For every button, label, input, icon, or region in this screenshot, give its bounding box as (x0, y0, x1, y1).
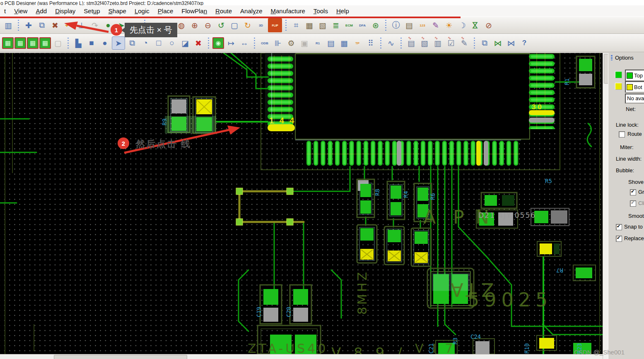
zoom-in-button[interactable]: ⊕ (188, 19, 201, 31)
bga-text-button[interactable]: ⠿ (364, 37, 377, 49)
documents-button[interactable]: ⧉ (478, 37, 491, 49)
alternate-layer-dropdown[interactable]: Bot (625, 81, 644, 93)
save-button[interactable]: ▥ (2, 19, 14, 31)
via-field[interactable]: No ava (625, 94, 644, 104)
world-view-button[interactable]: ⊛ (369, 19, 382, 31)
custom-smooth-button[interactable]: ▦ (39, 37, 51, 49)
menu-manufacture[interactable]: Manufacture (266, 7, 309, 15)
shape-xsection-button[interactable]: ⋈ (505, 37, 517, 49)
swap-button[interactable]: ▧ (316, 19, 329, 31)
delete-shape-button[interactable]: ✖ (192, 37, 205, 49)
signal-check-button[interactable]: ☑ (445, 37, 457, 49)
delete-button[interactable]: ✖ (49, 19, 61, 31)
replace-checkbox[interactable] (616, 236, 622, 242)
pcb-canvas[interactable]: 3 0 1 4 4 (0, 53, 603, 354)
help-button[interactable]: ? (518, 37, 531, 49)
snap-checkbox[interactable] (616, 224, 622, 230)
route-checkbox[interactable] (619, 131, 625, 137)
signal-library-button[interactable]: ▧ (418, 37, 431, 49)
gridless-checkbox[interactable] (630, 189, 636, 195)
menu-tools[interactable]: Tools (309, 7, 332, 15)
options-panel-header[interactable]: Options (608, 53, 644, 62)
zoom-out-button[interactable]: ⊖ (202, 19, 214, 31)
tools-pin-button[interactable]: ⚙ (285, 37, 297, 49)
active-layer-swatch[interactable] (615, 71, 622, 78)
menu-place[interactable]: Place (154, 7, 178, 15)
svg-text:R7: R7 (556, 267, 563, 274)
menu-logic[interactable]: Logic (130, 7, 154, 15)
layers-button[interactable]: ≣ (330, 19, 342, 31)
clip-checkbox[interactable] (630, 200, 636, 207)
separator-grip (473, 38, 476, 48)
menu-flowplan[interactable]: FlowPlan (177, 7, 211, 15)
measure-button[interactable]: 123 (416, 19, 429, 31)
net-schedule-button[interactable]: ∿ (385, 37, 397, 49)
add-circle-button[interactable]: ● (99, 37, 111, 49)
pad-edit-button[interactable]: ◉ (212, 37, 224, 49)
menu-display[interactable]: Display (51, 7, 80, 15)
horizontal-scrollbar[interactable] (0, 354, 603, 359)
view-3d-button[interactable]: 3D (255, 19, 267, 31)
add-polygon-button[interactable]: ▙ (72, 37, 84, 49)
alternate-layer-value: Bot (634, 84, 642, 90)
signal-board-button[interactable]: ▥ (432, 37, 444, 49)
snapshot-button[interactable]: ▣ (298, 37, 311, 49)
testpoint-button[interactable]: TP (351, 37, 364, 49)
dimension-line-button[interactable]: ↦ (225, 37, 237, 49)
redo-button[interactable]: ↷ (89, 19, 101, 31)
footprint-button[interactable]: ⊪ (272, 37, 284, 49)
zoom-selection-button[interactable]: ▢ (228, 19, 241, 31)
dimension-span-button[interactable]: ↔ (238, 37, 251, 49)
undo-button[interactable]: ↶ (62, 19, 75, 31)
delay-tune-button[interactable]: ▦ (27, 37, 39, 49)
panel-grip[interactable] (611, 55, 613, 60)
component-r8 (357, 179, 374, 217)
menu-edit-partial[interactable]: t (0, 7, 10, 15)
rect-outline-button[interactable]: □ (152, 37, 165, 49)
menu-help[interactable]: Help (332, 7, 353, 15)
slide-button[interactable]: ▦ (14, 37, 26, 49)
menu-view[interactable]: View (10, 7, 31, 15)
dim-button[interactable]: ☽ (456, 19, 468, 31)
active-layer-dropdown[interactable]: Top (625, 70, 644, 81)
pin-drop-button[interactable]: ⊥ (75, 19, 88, 31)
info-button[interactable]: ⓘ (390, 19, 402, 31)
menu-setup[interactable]: Setup (80, 7, 104, 15)
etch-edit-button[interactable]: ▦ (2, 37, 14, 49)
alternate-layer-swatch[interactable] (615, 83, 622, 90)
color192-button[interactable]: ▦ (303, 19, 316, 31)
shape-copy-button[interactable]: ⧉ (126, 37, 138, 49)
color-priority-button[interactable]: ▦ (338, 37, 350, 49)
signal-probe-button[interactable]: ✎ (458, 37, 470, 49)
move-button[interactable]: ✚ (22, 19, 35, 31)
odb-export-button[interactable]: ODB (258, 37, 271, 49)
circle-outline-button[interactable]: ○ (166, 37, 178, 49)
shape-arc-button[interactable]: ◔ (139, 37, 152, 49)
inactive-tool-button[interactable]: ▢ (52, 37, 64, 49)
waive-hourglass-button[interactable]: ⋈ (469, 19, 482, 31)
signal-doc-button[interactable]: ▤ (405, 37, 417, 49)
rename-refdes-button[interactable]: R1 (311, 37, 324, 49)
copy-button[interactable]: ⧉ (36, 19, 48, 31)
redraw-button[interactable]: ↻ (241, 19, 254, 31)
reports-button[interactable]: ▤ (325, 37, 337, 49)
add-rect-button[interactable]: ■ (85, 37, 98, 49)
properties-button[interactable]: ▤ (403, 19, 415, 31)
menu-analyze[interactable]: Analyze (236, 7, 266, 15)
menu-add[interactable]: Add (31, 7, 51, 15)
scrollbar-thumb[interactable] (54, 355, 187, 359)
half-shape-button[interactable]: ◪ (179, 37, 191, 49)
ecm-button[interactable]: ECM (343, 19, 355, 31)
flip-board-button[interactable]: FLIP (268, 18, 282, 32)
dfa-button[interactable]: DFA (356, 19, 369, 31)
select-arrow-button[interactable]: ➤ (112, 36, 125, 50)
menu-shape[interactable]: Shape (104, 7, 130, 15)
shine-button[interactable]: ☀ (443, 19, 455, 31)
no-select-button[interactable]: ⊘ (482, 19, 495, 31)
menu-route[interactable]: Route (211, 7, 236, 15)
vertical-scrollbar[interactable] (603, 53, 608, 359)
brush-button[interactable]: ✎ (429, 19, 442, 31)
zoom-previous-button[interactable]: ↺ (215, 19, 227, 31)
shape-merge-button[interactable]: ⋈ (492, 37, 504, 49)
grid-toggle-button[interactable]: ⌗ (290, 19, 302, 31)
